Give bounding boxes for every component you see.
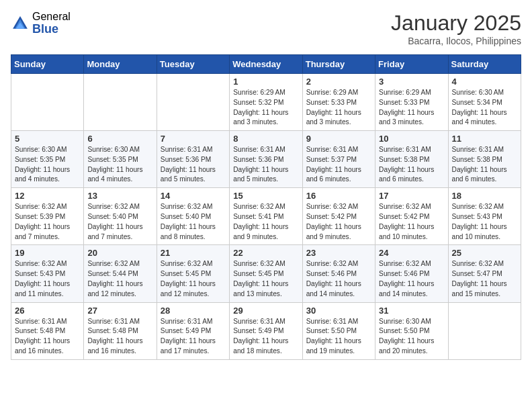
day-number: 31 (379, 306, 444, 316)
day-number: 8 (233, 134, 298, 144)
weekday-header: Thursday (302, 55, 375, 74)
logo-icon (11, 14, 30, 33)
calendar-cell: 6Sunrise: 6:30 AM Sunset: 5:35 PM Daylig… (84, 131, 157, 188)
location: Bacarra, Ilocos, Philippines (391, 36, 521, 46)
calendar-cell (84, 74, 157, 131)
calendar-cell: 29Sunrise: 6:31 AM Sunset: 5:49 PM Dayli… (230, 302, 302, 359)
calendar-cell: 21Sunrise: 6:32 AM Sunset: 5:45 PM Dayli… (157, 245, 229, 302)
logo-general: General (32, 11, 71, 23)
calendar-cell: 7Sunrise: 6:31 AM Sunset: 5:36 PM Daylig… (157, 131, 229, 188)
day-info: Sunrise: 6:32 AM Sunset: 5:42 PM Dayligh… (306, 202, 371, 242)
calendar-cell (11, 74, 84, 131)
day-info: Sunrise: 6:29 AM Sunset: 5:32 PM Dayligh… (233, 88, 298, 128)
weekday-header-row: SundayMondayTuesdayWednesdayThursdayFrid… (11, 55, 521, 74)
day-number: 15 (233, 191, 298, 201)
day-number: 30 (306, 306, 371, 316)
day-info: Sunrise: 6:29 AM Sunset: 5:33 PM Dayligh… (306, 88, 371, 128)
day-number: 10 (379, 134, 444, 144)
calendar-cell: 16Sunrise: 6:32 AM Sunset: 5:42 PM Dayli… (302, 188, 375, 245)
calendar-cell: 15Sunrise: 6:32 AM Sunset: 5:41 PM Dayli… (230, 188, 302, 245)
day-info: Sunrise: 6:30 AM Sunset: 5:35 PM Dayligh… (15, 145, 80, 185)
day-number: 4 (452, 77, 517, 87)
day-info: Sunrise: 6:31 AM Sunset: 5:48 PM Dayligh… (87, 317, 152, 357)
weekday-header: Monday (84, 55, 157, 74)
calendar-cell: 18Sunrise: 6:32 AM Sunset: 5:43 PM Dayli… (448, 188, 521, 245)
day-info: Sunrise: 6:32 AM Sunset: 5:43 PM Dayligh… (15, 259, 80, 299)
calendar-cell: 20Sunrise: 6:32 AM Sunset: 5:44 PM Dayli… (84, 245, 157, 302)
day-info: Sunrise: 6:32 AM Sunset: 5:40 PM Dayligh… (87, 202, 152, 242)
day-info: Sunrise: 6:32 AM Sunset: 5:43 PM Dayligh… (452, 202, 517, 242)
weekday-header: Wednesday (230, 55, 302, 74)
day-number: 6 (87, 134, 152, 144)
calendar-week-row: 1Sunrise: 6:29 AM Sunset: 5:32 PM Daylig… (11, 74, 521, 131)
weekday-header: Tuesday (157, 55, 229, 74)
calendar-cell: 9Sunrise: 6:31 AM Sunset: 5:37 PM Daylig… (302, 131, 375, 188)
day-info: Sunrise: 6:32 AM Sunset: 5:46 PM Dayligh… (306, 259, 371, 299)
month-title: January 2025 (391, 11, 521, 36)
day-info: Sunrise: 6:31 AM Sunset: 5:48 PM Dayligh… (15, 317, 80, 357)
day-number: 20 (87, 248, 152, 258)
calendar-cell: 26Sunrise: 6:31 AM Sunset: 5:48 PM Dayli… (11, 302, 84, 359)
calendar-week-row: 5Sunrise: 6:30 AM Sunset: 5:35 PM Daylig… (11, 131, 521, 188)
calendar-cell: 31Sunrise: 6:30 AM Sunset: 5:50 PM Dayli… (375, 302, 448, 359)
calendar-cell: 12Sunrise: 6:32 AM Sunset: 5:39 PM Dayli… (11, 188, 84, 245)
day-info: Sunrise: 6:31 AM Sunset: 5:37 PM Dayligh… (306, 145, 371, 185)
day-number: 2 (306, 77, 371, 87)
weekday-header: Friday (375, 55, 448, 74)
day-number: 19 (15, 248, 80, 258)
day-info: Sunrise: 6:30 AM Sunset: 5:35 PM Dayligh… (87, 145, 152, 185)
day-number: 28 (161, 306, 226, 316)
calendar-cell: 3Sunrise: 6:29 AM Sunset: 5:33 PM Daylig… (375, 74, 448, 131)
day-info: Sunrise: 6:31 AM Sunset: 5:36 PM Dayligh… (161, 145, 226, 185)
day-number: 17 (379, 191, 444, 201)
calendar-cell: 10Sunrise: 6:31 AM Sunset: 5:38 PM Dayli… (375, 131, 448, 188)
day-number: 11 (452, 134, 517, 144)
weekday-header: Sunday (11, 55, 84, 74)
day-number: 3 (379, 77, 444, 87)
weekday-header: Saturday (448, 55, 521, 74)
day-number: 5 (15, 134, 80, 144)
day-info: Sunrise: 6:31 AM Sunset: 5:50 PM Dayligh… (306, 317, 371, 357)
calendar-cell: 17Sunrise: 6:32 AM Sunset: 5:42 PM Dayli… (375, 188, 448, 245)
calendar-cell: 2Sunrise: 6:29 AM Sunset: 5:33 PM Daylig… (302, 74, 375, 131)
day-info: Sunrise: 6:32 AM Sunset: 5:42 PM Dayligh… (379, 202, 444, 242)
calendar-cell: 4Sunrise: 6:30 AM Sunset: 5:34 PM Daylig… (448, 74, 521, 131)
calendar-cell: 11Sunrise: 6:31 AM Sunset: 5:38 PM Dayli… (448, 131, 521, 188)
calendar-cell: 8Sunrise: 6:31 AM Sunset: 5:36 PM Daylig… (230, 131, 302, 188)
day-number: 22 (233, 248, 298, 258)
day-info: Sunrise: 6:32 AM Sunset: 5:47 PM Dayligh… (452, 259, 517, 299)
day-info: Sunrise: 6:32 AM Sunset: 5:44 PM Dayligh… (87, 259, 152, 299)
calendar-cell: 1Sunrise: 6:29 AM Sunset: 5:32 PM Daylig… (230, 74, 302, 131)
day-info: Sunrise: 6:31 AM Sunset: 5:38 PM Dayligh… (452, 145, 517, 185)
day-info: Sunrise: 6:31 AM Sunset: 5:49 PM Dayligh… (233, 317, 298, 357)
day-info: Sunrise: 6:32 AM Sunset: 5:45 PM Dayligh… (161, 259, 226, 299)
day-number: 7 (161, 134, 226, 144)
day-number: 18 (452, 191, 517, 201)
day-number: 16 (306, 191, 371, 201)
day-number: 12 (15, 191, 80, 201)
day-info: Sunrise: 6:30 AM Sunset: 5:50 PM Dayligh… (379, 317, 444, 357)
day-info: Sunrise: 6:32 AM Sunset: 5:40 PM Dayligh… (161, 202, 226, 242)
title-block: January 2025 Bacarra, Ilocos, Philippine… (391, 11, 521, 46)
logo-text: General Blue (32, 11, 71, 36)
day-number: 21 (161, 248, 226, 258)
day-info: Sunrise: 6:32 AM Sunset: 5:41 PM Dayligh… (233, 202, 298, 242)
day-info: Sunrise: 6:32 AM Sunset: 5:45 PM Dayligh… (233, 259, 298, 299)
day-number: 25 (452, 248, 517, 258)
day-number: 27 (87, 306, 152, 316)
calendar-cell: 24Sunrise: 6:32 AM Sunset: 5:46 PM Dayli… (375, 245, 448, 302)
day-info: Sunrise: 6:31 AM Sunset: 5:36 PM Dayligh… (233, 145, 298, 185)
calendar-cell: 28Sunrise: 6:31 AM Sunset: 5:49 PM Dayli… (157, 302, 229, 359)
day-info: Sunrise: 6:32 AM Sunset: 5:39 PM Dayligh… (15, 202, 80, 242)
calendar: SundayMondayTuesdayWednesdayThursdayFrid… (11, 54, 521, 360)
calendar-cell: 22Sunrise: 6:32 AM Sunset: 5:45 PM Dayli… (230, 245, 302, 302)
day-number: 24 (379, 248, 444, 258)
logo-blue-text: Blue (32, 23, 71, 36)
day-info: Sunrise: 6:31 AM Sunset: 5:49 PM Dayligh… (161, 317, 226, 357)
day-number: 14 (161, 191, 226, 201)
day-info: Sunrise: 6:29 AM Sunset: 5:33 PM Dayligh… (379, 88, 444, 128)
day-number: 29 (233, 306, 298, 316)
calendar-cell: 14Sunrise: 6:32 AM Sunset: 5:40 PM Dayli… (157, 188, 229, 245)
day-info: Sunrise: 6:32 AM Sunset: 5:46 PM Dayligh… (379, 259, 444, 299)
calendar-cell: 13Sunrise: 6:32 AM Sunset: 5:40 PM Dayli… (84, 188, 157, 245)
